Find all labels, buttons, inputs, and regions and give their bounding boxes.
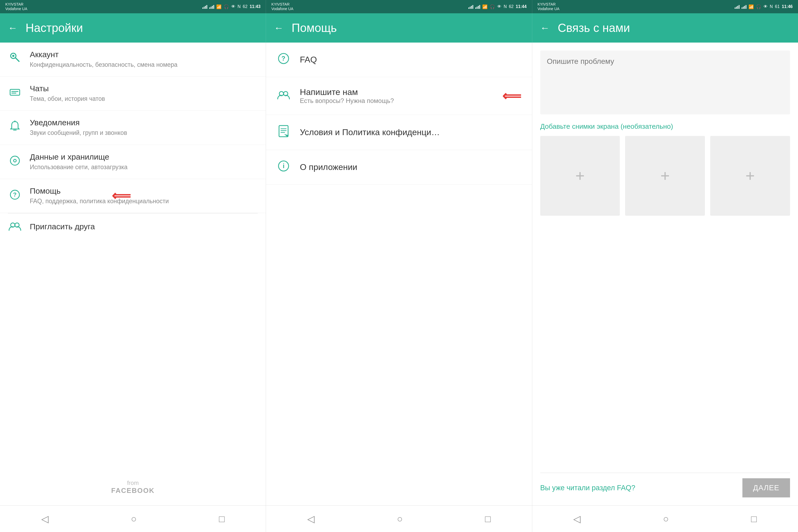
help-back-button[interactable]: ← bbox=[274, 22, 284, 34]
key-icon bbox=[8, 53, 22, 66]
status-bar-panel-3: KYIVSTAR Vodafone UA 📶 🎧 👁 N 61 11:46 bbox=[532, 0, 798, 13]
chats-title: Чаты bbox=[30, 84, 258, 93]
screenshot-box-2[interactable]: + bbox=[625, 136, 705, 216]
status-icons-3: 📶 🎧 👁 N 61 11:46 bbox=[735, 4, 793, 9]
network-name-1: Vodafone UA bbox=[5, 7, 27, 11]
contact-back-button[interactable]: ← bbox=[540, 22, 550, 34]
write-text: Напишите нам Есть вопросы? Нужна помощь? bbox=[300, 87, 394, 104]
recent-nav-button-2[interactable]: □ bbox=[477, 511, 499, 527]
help-item-terms[interactable]: Условия и Политика конфиденци… bbox=[266, 115, 532, 150]
svg-point-8 bbox=[11, 156, 19, 165]
settings-title: Настройки bbox=[25, 21, 83, 35]
help-item-faq[interactable]: ? FAQ bbox=[266, 42, 532, 77]
battery-2: 62 bbox=[509, 4, 514, 9]
screenshot-box-1[interactable]: + bbox=[540, 136, 620, 216]
home-nav-button-2[interactable]: ○ bbox=[389, 511, 411, 527]
chats-text: Чаты Тема, обои, история чатов bbox=[30, 84, 258, 103]
plus-icon-1: + bbox=[575, 168, 585, 184]
battery-1: 62 bbox=[243, 4, 248, 9]
carrier-info-3: KYIVSTAR Vodafone UA bbox=[537, 2, 560, 11]
svg-rect-3 bbox=[10, 89, 20, 95]
write-title: Напишите нам bbox=[300, 87, 394, 97]
settings-item-invite[interactable]: Пригласить друга bbox=[0, 213, 266, 241]
app-bar-help: ← Помощь bbox=[266, 13, 532, 42]
signal-bars-4 bbox=[475, 4, 480, 9]
recent-nav-button-1[interactable]: □ bbox=[211, 511, 233, 527]
help-title: Помощь bbox=[291, 21, 337, 35]
n-icon-3: N bbox=[770, 4, 773, 9]
plus-icon-2: + bbox=[661, 168, 670, 184]
carrier-name-2: KYIVSTAR bbox=[271, 2, 293, 7]
about-icon: i bbox=[277, 160, 290, 174]
invite-title: Пригласить друга bbox=[30, 222, 95, 231]
problem-textarea[interactable] bbox=[540, 51, 790, 114]
nav-panel-3: ◁ ○ □ bbox=[532, 506, 798, 532]
settings-item-data[interactable]: Данные и хранилище Использование сети, а… bbox=[0, 145, 266, 179]
faq-icon: ? bbox=[277, 53, 290, 67]
notifications-text: Уведомления Звуки сообщений, групп и зво… bbox=[30, 118, 258, 137]
help-item-about[interactable]: i О приложении bbox=[266, 150, 532, 185]
network-name-2: Vodafone UA bbox=[271, 7, 293, 11]
data-text: Данные и хранилище Использование сети, а… bbox=[30, 152, 258, 171]
next-button[interactable]: ДАЛЕЕ bbox=[742, 478, 790, 497]
contact-panel: Добавьте снимки экрана (необязательно) +… bbox=[532, 42, 798, 506]
terms-text: Условия и Политика конфиденци… bbox=[300, 128, 440, 137]
faq-link[interactable]: Вы уже читали раздел FAQ? bbox=[540, 484, 635, 492]
settings-item-notifications[interactable]: Уведомления Звуки сообщений, групп и зво… bbox=[0, 111, 266, 145]
home-nav-button-3[interactable]: ○ bbox=[655, 511, 677, 527]
terms-title: Условия и Политика конфиденци… bbox=[300, 128, 440, 137]
signal-bars-6 bbox=[742, 4, 746, 9]
headset-icon: 🎧 bbox=[224, 4, 229, 9]
nav-panel-2: ◁ ○ □ bbox=[266, 506, 532, 532]
status-icons-1: 📶 🎧 👁 N 62 11:43 bbox=[203, 4, 261, 9]
help-panel: ? FAQ Напишите нам bbox=[266, 42, 532, 506]
faq-text: FAQ bbox=[300, 55, 317, 65]
time-2: 11:44 bbox=[516, 4, 527, 9]
svg-text:?: ? bbox=[13, 191, 17, 198]
faq-title: FAQ bbox=[300, 55, 317, 65]
back-nav-button-2[interactable]: ◁ bbox=[299, 511, 323, 527]
settings-item-help[interactable]: ? Помощь FAQ, поддержка, политика конфид… bbox=[0, 179, 266, 213]
from-facebook: from FACEBOOK bbox=[0, 469, 266, 506]
app-bar-contact: ← Связь с нами bbox=[532, 13, 798, 42]
n-icon: N bbox=[238, 4, 241, 9]
write-red-arrow: ⟸ bbox=[502, 88, 521, 104]
headset-icon-3: 🎧 bbox=[756, 4, 761, 9]
back-nav-button-1[interactable]: ◁ bbox=[33, 511, 57, 527]
chat-icon bbox=[8, 88, 22, 99]
account-subtitle: Конфиденциальность, безопасность, смена … bbox=[30, 60, 258, 69]
svg-rect-2 bbox=[15, 57, 20, 62]
carrier-info-1: KYIVSTAR Vodafone UA bbox=[5, 2, 27, 11]
help-list: ? FAQ Напишите нам bbox=[266, 42, 532, 506]
plus-icon-3: + bbox=[746, 168, 755, 184]
status-bar-panel-2: KYIVSTAR Vodafone UA 📶 🎧 👁 N 62 11:44 bbox=[266, 0, 532, 13]
contact-title: Связь с нами bbox=[558, 21, 630, 35]
screenshot-label[interactable]: Добавьте снимки экрана (необязательно) bbox=[540, 122, 790, 131]
time-1: 11:43 bbox=[249, 4, 261, 9]
account-title: Аккаунт bbox=[30, 50, 258, 59]
help-icon: ? bbox=[8, 189, 22, 203]
about-title: О приложении bbox=[300, 162, 357, 172]
main-content: Аккаунт Конфиденциальность, безопасность… bbox=[0, 42, 798, 506]
data-title: Данные и хранилище bbox=[30, 152, 258, 162]
battery-3: 61 bbox=[775, 4, 780, 9]
screenshot-box-3[interactable]: + bbox=[710, 136, 790, 216]
data-subtitle: Использование сети, автозагрузка bbox=[30, 163, 258, 171]
status-icons-2: 📶 🎧 👁 N 62 11:44 bbox=[469, 4, 527, 9]
settings-back-button[interactable]: ← bbox=[8, 22, 18, 34]
status-bar-panel-1: KYIVSTAR Vodafone UA 📶 🎧 👁 N 62 11:43 bbox=[0, 0, 266, 13]
settings-item-account[interactable]: Аккаунт Конфиденциальность, безопасность… bbox=[0, 42, 266, 77]
recent-nav-button-3[interactable]: □ bbox=[743, 511, 765, 527]
back-nav-button-3[interactable]: ◁ bbox=[565, 511, 589, 527]
help-item-write[interactable]: Напишите нам Есть вопросы? Нужна помощь?… bbox=[266, 77, 532, 115]
eye-icon-2: 👁 bbox=[497, 4, 501, 9]
app-bar: ← Настройки ← Помощь ← Связь с нами bbox=[0, 13, 798, 42]
contact-content: Добавьте снимки экрана (необязательно) +… bbox=[532, 42, 798, 506]
network-name-3: Vodafone UA bbox=[537, 7, 560, 11]
write-subtitle: Есть вопросы? Нужна помощь? bbox=[300, 97, 394, 104]
home-nav-button-1[interactable]: ○ bbox=[123, 511, 145, 527]
signal-bars-5 bbox=[735, 4, 740, 9]
from-label: from bbox=[5, 480, 261, 487]
account-text: Аккаунт Конфиденциальность, безопасность… bbox=[30, 50, 258, 69]
settings-item-chats[interactable]: Чаты Тема, обои, история чатов bbox=[0, 77, 266, 111]
